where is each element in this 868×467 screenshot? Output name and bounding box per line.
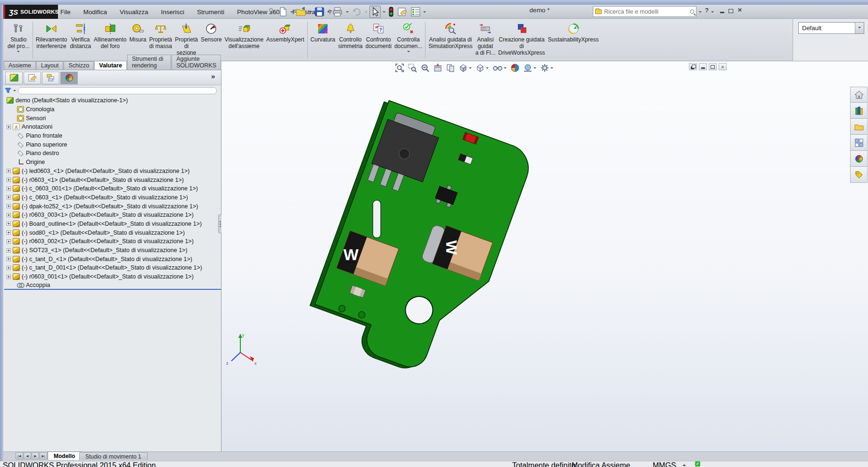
menu-file[interactable]: File <box>60 8 71 16</box>
help-caret[interactable] <box>711 11 714 14</box>
expand-icon[interactable] <box>7 195 11 199</box>
measure-button[interactable]: Misura <box>128 21 147 43</box>
tab-valutare[interactable]: Valutare <box>94 61 127 70</box>
new-document-button[interactable] <box>278 6 288 18</box>
tree-item-component[interactable]: (-) led0603_<1> (Default<<Default>_Stato… <box>4 167 221 176</box>
solidworks-resources-tab[interactable] <box>850 87 868 103</box>
graphics-area[interactable]: W W <box>221 61 868 451</box>
tree-item-component[interactable]: (-) r0603_<1> (Default<<Default>_Stato d… <box>4 175 221 184</box>
tab-studio-di-movimento[interactable]: Studio di movimento 1 <box>79 452 147 460</box>
expand-icon[interactable] <box>7 213 11 217</box>
expand-icon[interactable] <box>7 221 11 226</box>
tree-item[interactable]: Origine <box>4 158 221 167</box>
menu-inserisci[interactable]: Inserisci <box>161 8 185 16</box>
section-view-icon[interactable] <box>433 63 442 73</box>
tree-item-mates[interactable]: Accoppia <box>4 281 221 290</box>
tree-item-component[interactable]: (-) c_tant_D_<1> (Default<<Default>_Stat… <box>4 254 221 263</box>
filter-caret[interactable] <box>13 90 16 93</box>
annotation-views-icon[interactable] <box>446 63 455 73</box>
clearance-verification-button[interactable]: Verifica distanza <box>68 21 92 50</box>
tab-aggiunte-solidworks[interactable]: Aggiunte SOLIDWORKS <box>172 55 221 70</box>
zoom-to-area-icon[interactable] <box>408 63 417 73</box>
tree-item-component[interactable]: (-) sod80_<1> (Default<<Default>_Stato d… <box>4 228 221 237</box>
tree-item-root[interactable]: demo (Default<Stato di visualizzazione-1… <box>4 96 221 105</box>
file-explorer-tab[interactable] <box>850 119 868 135</box>
previous-tab-icon[interactable]: ◀ <box>24 452 31 459</box>
custom-properties-tab[interactable] <box>850 167 868 183</box>
configuration-caret[interactable] <box>855 23 864 33</box>
view-settings-icon[interactable] <box>540 63 554 73</box>
help-icon[interactable]: ? <box>705 7 709 14</box>
tree-item[interactable]: Piano frontale <box>4 131 221 140</box>
status-units-caret[interactable] <box>682 462 686 466</box>
menu-strumenti[interactable]: Strumenti <box>197 8 224 16</box>
display-manager-tab[interactable] <box>60 72 78 84</box>
assembly-xpert-button[interactable]: AssemblyXpert <box>265 21 306 43</box>
tree-item-component[interactable]: (-) c_0603_001<1> (Default<<Default>_Sta… <box>4 184 221 193</box>
tree-item[interactable]: Annotazioni <box>4 123 221 131</box>
tab-assieme[interactable]: Assieme <box>4 61 36 70</box>
print-caret[interactable] <box>346 11 349 14</box>
search-options-caret[interactable] <box>699 11 702 14</box>
tree-item[interactable]: Sensori <box>4 114 221 123</box>
pane-close-icon[interactable]: × <box>719 63 727 70</box>
apply-scene-icon[interactable] <box>523 63 537 73</box>
tile-windows-icon[interactable] <box>689 63 697 70</box>
status-units[interactable]: MMGS <box>653 461 676 467</box>
expand-icon[interactable] <box>7 178 11 182</box>
new-document-caret[interactable] <box>290 11 293 14</box>
menu-visualizza[interactable]: Visualizza <box>120 8 148 16</box>
tab-modello[interactable]: Modello <box>48 451 81 460</box>
expand-icon[interactable] <box>7 187 11 191</box>
tree-filter-input[interactable] <box>18 87 217 94</box>
design-library-tab[interactable] <box>850 103 868 119</box>
undo-caret[interactable] <box>365 11 368 14</box>
appearances-scenes-tab[interactable] <box>850 151 868 167</box>
save-caret[interactable] <box>327 11 330 14</box>
tree-item-component[interactable]: (-) r0603_001<1> (Default<<Default>_Stat… <box>4 272 221 281</box>
first-tab-icon[interactable]: |◀ <box>16 452 23 459</box>
options-caret[interactable] <box>423 11 426 14</box>
motion-study-button[interactable]: Studio del pro... <box>6 21 31 54</box>
pane-restore-icon[interactable] <box>709 63 717 70</box>
simulationxpress-button[interactable]: Analisi guidata di SimulationXpress <box>427 21 474 50</box>
view-settings-caret[interactable] <box>550 67 553 70</box>
file-properties-button[interactable] <box>396 6 409 18</box>
previous-view-icon[interactable] <box>420 63 430 73</box>
search-box[interactable]: Ricerca file e modelli <box>593 6 696 17</box>
select-button[interactable] <box>369 6 381 18</box>
zoom-to-fit-icon[interactable] <box>395 63 404 73</box>
display-style-caret[interactable] <box>486 67 489 70</box>
edit-appearance-icon[interactable] <box>510 63 520 73</box>
tab-schizzo[interactable]: Schizzo <box>64 61 94 70</box>
select-caret[interactable] <box>383 11 385 14</box>
sustainabilityxpress-button[interactable]: SustainabilityXpress <box>546 21 600 43</box>
rebuild-stoplight-button[interactable] <box>387 6 395 18</box>
floxpress-button[interactable]: Analisi guidat a di Fl... <box>474 21 497 57</box>
compare-documents-button[interactable]: ≠? Confronto documenti <box>364 21 393 50</box>
undo-button[interactable] <box>351 6 363 18</box>
window-minimize-button[interactable] <box>718 8 726 14</box>
tree-item[interactable]: Piano superiore <box>4 140 221 149</box>
curvature-button[interactable]: Curvatura <box>309 21 337 43</box>
check-document-button[interactable]: Controlla documen... <box>393 21 424 54</box>
tree-item-component[interactable]: (-) dpak-to252_<1> (Default<<Default>_St… <box>4 202 221 211</box>
driveworksxpress-button[interactable]: Creazione guidata di DriveWorksXpress <box>497 21 546 57</box>
hole-alignment-button[interactable]: Allineamento del foro <box>92 21 128 50</box>
hide-show-items-caret[interactable] <box>504 67 507 70</box>
menu-modifica[interactable]: Modifica <box>83 8 107 16</box>
last-tab-icon[interactable]: ▶| <box>40 452 47 459</box>
display-style-icon[interactable] <box>475 63 489 73</box>
apply-scene-caret[interactable] <box>533 67 536 70</box>
expand-icon[interactable] <box>7 239 11 244</box>
view-palette-tab[interactable] <box>850 135 868 151</box>
mass-properties-button[interactable]: Proprietà di massa <box>148 21 174 50</box>
property-manager-tab[interactable] <box>24 72 41 84</box>
search-input[interactable]: Ricerca file e modelli <box>604 8 688 15</box>
hide-show-items-icon[interactable] <box>492 63 507 73</box>
expand-icon[interactable] <box>7 230 11 235</box>
next-tab-icon[interactable]: ▶ <box>32 452 39 459</box>
tree-item-component[interactable]: (-) SOT23_<1> (Default<<Default>_Stato d… <box>4 246 221 255</box>
tree-item-component[interactable]: (-) r0603_002<1> (Default<<Default>_Stat… <box>4 237 221 246</box>
view-orientation-caret[interactable] <box>469 67 472 70</box>
